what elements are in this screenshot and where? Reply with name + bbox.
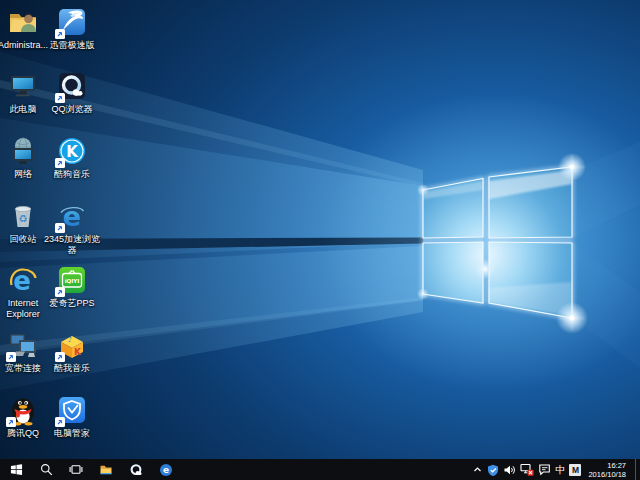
network-disconnected-icon [520, 463, 534, 476]
qq-browser-taskbar-button[interactable] [121, 459, 151, 480]
task-view-button[interactable] [61, 459, 91, 480]
shield-icon [487, 464, 499, 476]
desktop-icon-kuwo-music[interactable]: K ♪ 酷我音乐 [42, 329, 102, 374]
svg-text:e: e [163, 465, 169, 475]
kuwo-k-glyph: K [74, 347, 82, 357]
qq-browser-icon [56, 70, 88, 102]
desktop-icon-label: 酷狗音乐 [42, 169, 102, 180]
taskbar: e [0, 459, 640, 480]
qq-browser-icon [129, 463, 143, 477]
desktop-icon-label: 爱奇艺PPS [42, 298, 102, 309]
desktop-icon-label: 电脑管家 [42, 428, 102, 439]
windows-desktop: Administra... 迅雷极速版 [0, 0, 640, 480]
kugou-music-icon: K [56, 135, 88, 167]
2345-browser-icon: e [56, 200, 88, 232]
internet-explorer-icon: e [7, 264, 39, 296]
show-desktop-button[interactable] [635, 459, 640, 480]
pc-manager-tray-button[interactable] [487, 464, 499, 476]
network-status-button[interactable] [520, 463, 534, 476]
music-note-glyph: ♪ [68, 336, 72, 344]
network-globe-monitor-icon [7, 135, 39, 167]
thunder-bird-icon [56, 6, 88, 38]
kugou-k-glyph: K [66, 143, 79, 161]
2345-browser-icon: e [159, 463, 173, 477]
user-folder-icon [7, 6, 39, 38]
desktop-icon-label: 酷我音乐 [42, 363, 102, 374]
desktop-icon-thunder-speed[interactable]: 迅雷极速版 [42, 6, 102, 51]
search-button[interactable] [31, 459, 61, 480]
desktop-icon-kugou-music[interactable]: K 酷狗音乐 [42, 135, 102, 180]
shortcut-arrow-icon [55, 417, 65, 427]
action-center-bubble-icon [538, 463, 551, 476]
volume-button[interactable] [503, 464, 516, 476]
broadband-computers-icon [7, 329, 39, 361]
search-icon [40, 463, 53, 476]
task-view-icon [69, 463, 83, 476]
shortcut-arrow-icon [6, 352, 16, 362]
shortcut-arrow-icon [55, 287, 65, 297]
folder-icon [99, 463, 113, 476]
iqiyi-glyph: iQIYI [65, 278, 80, 284]
iqiyi-icon: iQIYI [56, 264, 88, 296]
shortcut-arrow-icon [55, 352, 65, 362]
desktop-icon-pc-manager[interactable]: 电脑管家 [42, 394, 102, 439]
shortcut-arrow-icon [55, 93, 65, 103]
2345-e-glyph: e [63, 201, 81, 232]
system-tray: 中 M 16:27 2016/10/18 [472, 459, 640, 480]
shortcut-arrow-icon [6, 417, 16, 427]
desktop-icon-label: 迅雷极速版 [42, 40, 102, 51]
desktop-icon-label: 2345加速浏览器 [42, 234, 102, 256]
desktop-icon-iqiyi-pps[interactable]: iQIYI 爱奇艺PPS [42, 264, 102, 309]
2345-browser-taskbar-button[interactable]: e [151, 459, 181, 480]
recycle-glyph: ♻ [19, 213, 28, 224]
start-button[interactable] [1, 459, 31, 480]
shortcut-arrow-icon [55, 29, 65, 39]
kuwo-music-box-icon: K ♪ [56, 329, 88, 361]
ime-mode-indicator[interactable]: 中 [555, 459, 565, 480]
speaker-icon [503, 464, 516, 476]
hidden-icons-chevron-button[interactable] [472, 464, 483, 475]
pc-manager-shield-icon [56, 394, 88, 426]
shortcut-arrow-icon [55, 223, 65, 233]
clock-date: 2016/10/18 [588, 470, 626, 479]
clock-time: 16:27 [588, 461, 626, 470]
ime-brand-indicator[interactable]: M [569, 464, 581, 476]
desktop-icon-qq-browser[interactable]: QQ浏览器 [42, 70, 102, 115]
action-center-button[interactable] [538, 463, 551, 476]
windows-logo-icon [10, 463, 23, 476]
recycle-bin-icon: ♻ [7, 200, 39, 232]
computer-monitor-icon [7, 70, 39, 102]
desktop-icon-label: QQ浏览器 [42, 104, 102, 115]
file-explorer-button[interactable] [91, 459, 121, 480]
desktop-icon-2345-browser[interactable]: e 2345加速浏览器 [42, 200, 102, 256]
qq-penguin-icon [7, 394, 39, 426]
chevron-up-icon [472, 464, 483, 475]
taskbar-clock[interactable]: 16:27 2016/10/18 [588, 461, 626, 479]
shortcut-arrow-icon [55, 158, 65, 168]
